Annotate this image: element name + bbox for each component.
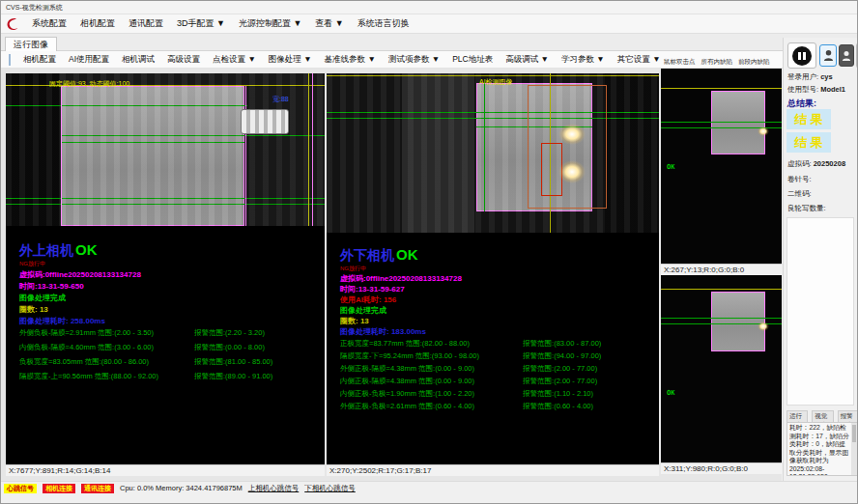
overlay-line-yellow [661, 88, 782, 89]
ai-image-overlay-label: AI检测图像 [479, 77, 513, 87]
reflection-highlight [758, 126, 769, 136]
overlay-line-green [661, 318, 782, 319]
turns-line: 圈数: 13 [19, 304, 48, 315]
result-box-2: 结 果 [786, 132, 831, 153]
thumb2-image[interactable]: OK [661, 275, 782, 462]
login-label-text: 登录用户: [787, 72, 818, 81]
thumb1-image[interactable]: OK [661, 69, 782, 264]
thumb-header-dblclick[interactable]: 鼠标双击点 [664, 58, 696, 67]
overlay-line-green [61, 142, 244, 143]
measurement-value: 内侧正极-隔膜=4.38mm 范围:(0.00 - 9.00) [340, 377, 523, 386]
menu-bar: 系统配置 相机配置 通讯配置 3D手配置 ▼ 光源控制配置 ▼ 查看 ▼ 系统语… [1, 14, 858, 34]
elapsed-line: 图像处理耗时: 258.00ms [19, 316, 105, 326]
thumb-header-front-defects[interactable]: 前段内缺陷 [738, 58, 770, 67]
menu-view[interactable]: 查看 ▼ [313, 15, 345, 32]
alarm-range: 报警范围:(89.00 - 91.00) [194, 372, 321, 381]
cpu-memory-text: Cpu: 0.0% Memory: 3424.41796875M [120, 484, 243, 492]
scene-light-band [402, 73, 474, 233]
log-text: 耗时：222，缺陷检测耗时：17，缺陷分类耗时：0，缺陷提取分类耗时，显示图像获… [789, 424, 849, 476]
thumb1-coords: X:267;Y:13;R:0;G:0;B:0 [661, 264, 782, 275]
width-overlay-label: 宽:88 [272, 95, 289, 104]
alarm-range: 报警范围:(2.00 - 77.00) [523, 377, 655, 386]
ng-pass-status: NG放行中 [340, 265, 366, 273]
menu-light-control-config[interactable]: 光源控制配置 ▼ [237, 15, 303, 32]
menu-comm-config[interactable]: 通讯配置 [127, 15, 165, 32]
ng-pass-status: NG放行中 [19, 260, 45, 268]
tab-run-image[interactable]: 运行图像 [5, 37, 57, 52]
model-value: Model1 [820, 85, 845, 94]
overlay-line-green [327, 112, 659, 113]
log-output[interactable]: 耗时：222，缺陷检测耗时：17，缺陷分类耗时：0，缺陷提取分类耗时，显示图像获… [786, 422, 858, 476]
threshold-overlay-label: 固定阈值:93, 动态阈值:100 [49, 79, 129, 89]
tool-ai-usage-config[interactable]: AI使用配置 [67, 52, 111, 68]
measurement-row: 正极宽度=83.77mm 范围:(82.00 - 88.00) 报警范围:(83… [340, 339, 655, 349]
tool-learning-params[interactable]: 学习参数 ▼ [559, 52, 607, 68]
gripper-clamp [241, 109, 289, 134]
overlay-line-yellow [661, 289, 782, 290]
tool-camera-config[interactable]: 相机配置 [21, 52, 58, 68]
process-done-line: 图像处理完成 [19, 293, 66, 303]
measurement-row: 外侧正极-隔膜=4.38mm 范围:(0.00 - 9.00) 报警范围:(2.… [340, 364, 655, 374]
tool-other-settings[interactable]: 其它设置 ▼ [615, 52, 663, 68]
alarm-range: 报警范围:(81.00 - 85.00) [194, 357, 321, 367]
tool-camera-debug[interactable]: 相机调试 [120, 52, 157, 68]
tool-advanced-debug[interactable]: 高级调试 ▼ [503, 52, 551, 68]
thumb2-product [711, 292, 765, 351]
turns-line: 圈数: 13 [340, 316, 369, 326]
alarm-range: 报警范围:(0.60 - 4.00) [523, 402, 655, 411]
measurement-value: 正极宽度=83.77mm 范围:(82.00 - 88.00) [340, 339, 523, 349]
menu-language-switch[interactable]: 系统语言切换 [356, 15, 412, 32]
measurement-value: 外侧负极-隔膜=2.91mm 范围:(2.00 - 3.50) [19, 328, 194, 338]
overlay-line-pink [61, 86, 62, 226]
left-camera-title: 外上相机OK [19, 241, 98, 260]
measurement-value: 负极宽度=83.05mm 范围:(80.00 - 86.00) [19, 357, 194, 367]
log-scrollbar[interactable] [851, 423, 857, 475]
thumb1-status: OK [667, 163, 674, 171]
alarm-range: 报警范围:(1.10 - 2.10) [523, 389, 655, 399]
measurement-value: 外侧正极-负极=2.61mm 范围:(0.60 - 4.00) [340, 402, 523, 411]
elapsed-line: 图像处理耗时: 183.00ms [340, 326, 426, 337]
tool-advanced-settings[interactable]: 高级设置 [165, 52, 202, 68]
overlay-line-green [61, 135, 325, 136]
tool-spot-check[interactable]: 点检设置 ▼ [211, 52, 258, 68]
ai-elapsed-line: 使用AI耗时: 156 [340, 294, 396, 305]
tool-image-processing[interactable]: 图像处理 ▼ [267, 52, 314, 68]
reflection-highlight [758, 322, 769, 331]
user-login-button[interactable] [819, 44, 837, 67]
needle-number-label: 卷针号: [787, 175, 812, 184]
user-manage-button[interactable] [839, 44, 854, 67]
virtual-code-label: 虚拟码: 20250208 [787, 159, 845, 169]
tool-test-item-params[interactable]: 测试项参数 ▼ [386, 52, 442, 68]
measurement-row: 隔膜宽度-上=90.56mm 范围:(88.00 - 92.00) 报警范围:(… [19, 372, 321, 381]
tool-plc-address-table[interactable]: PLC地址表 [450, 52, 495, 68]
alarm-range: 报警范围:(2.20 - 3.20) [194, 328, 321, 338]
right-camera-image[interactable]: AI检测图像 [327, 73, 659, 233]
lower-camera-heartbeat: 下相机心跳信号 [304, 484, 356, 493]
thumb-header: 鼠标双击点 所有内缺陷 前段内缺陷 [664, 56, 782, 68]
app-logo-icon [5, 16, 20, 32]
measurement-value: 隔膜宽度-下=95.24mm 范围:(93.00 - 98.00) [340, 351, 523, 361]
alarm-range: 报警范围:(94.00 - 97.00) [523, 351, 655, 361]
good-count-label: 良轮写数量: [787, 204, 826, 213]
camera-connect-badge: 相机连接 [43, 484, 75, 493]
menu-3d-hand-config[interactable]: 3D手配置 ▼ [175, 15, 227, 32]
menu-system-config[interactable]: 系统配置 [30, 15, 69, 32]
comm-connect-badge: 通讯连接 [81, 484, 114, 493]
tool-baseline-params[interactable]: 基准线参数 ▼ [323, 52, 378, 68]
measurement-value: 隔膜宽度-上=90.56mm 范围:(88.00 - 92.00) [19, 372, 194, 381]
sidebar-listbox[interactable] [786, 217, 854, 406]
left-camera-image[interactable]: 固定阈值:93, 动态阈值:100 宽:88 [6, 73, 325, 226]
barcode-line: 虚拟码:0ffline20250208133134728 [340, 273, 462, 284]
overlay-line-green [6, 204, 325, 205]
thumb-header-all-defects[interactable]: 所有内缺陷 [701, 58, 733, 67]
menu-camera-config[interactable]: 相机配置 [78, 15, 117, 32]
login-user-value: cys [820, 72, 833, 81]
right-camera-results: 外下相机OK NG放行中 虚拟码:0ffline2025020813313472… [327, 233, 659, 464]
camera-name: 外上相机 [19, 242, 73, 258]
window-title: CVS-视觉检测系统 [6, 4, 63, 11]
vcode-label-text: 虚拟码: [787, 159, 812, 168]
measurement-row: 内侧正极-隔膜=4.38mm 范围:(0.00 - 9.00) 报警范围:(2.… [340, 377, 655, 386]
pause-button[interactable] [787, 42, 816, 69]
overlay-line-yellow [308, 73, 309, 226]
time-line: 时间:13-31-59-650 [19, 281, 84, 292]
